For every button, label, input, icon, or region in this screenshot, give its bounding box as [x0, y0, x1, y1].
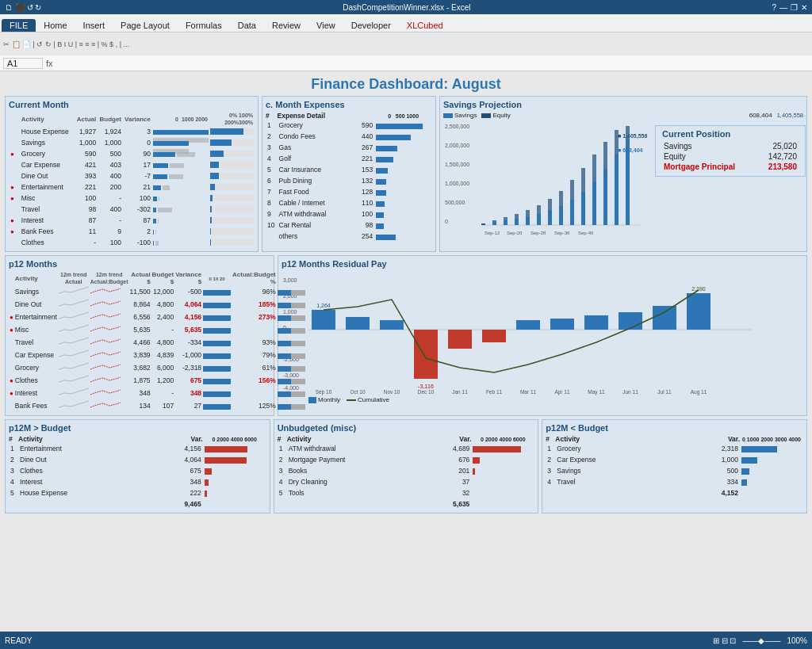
br-num: 1 [9, 443, 18, 454]
cm-dot: ● [9, 170, 20, 181]
tab-pagelayout[interactable]: Page Layout [113, 19, 178, 32]
p12mb-var-col: Var. [176, 435, 203, 443]
cm-row-budget: 1,000 [98, 137, 123, 148]
p12mb-total-bar [203, 498, 266, 510]
p12-months-panel: p12 Months Activity 12m trend Actual 12m… [5, 255, 274, 416]
formula-bar: A1 fx [0, 55, 812, 71]
svg-rect-63 [653, 306, 676, 330]
p12-row-budget: 12,000 [151, 285, 175, 298]
tab-view[interactable]: View [308, 19, 343, 32]
statusbar-zoom-slider[interactable]: ——◆—— [742, 636, 780, 645]
p12-row-name: Clothes [14, 374, 58, 387]
close-button[interactable]: ✕ [801, 3, 807, 12]
p12-row: ● Grocery 3,682 6,000 -2,318 61% [9, 361, 306, 374]
me-row-num: 8 [266, 197, 278, 208]
cm-row-budget: 400 [98, 170, 123, 181]
cm-bar-actual [152, 126, 209, 137]
p12-row-name: Interest [14, 387, 58, 399]
me-row-name: Condo Fees [278, 131, 352, 142]
p12mu-title: p12M < Budget [546, 423, 803, 433]
me-row-name: ATM withdrawal [278, 208, 352, 220]
ub-total-label [278, 498, 445, 510]
p12-row-actual: 8,864 [129, 298, 151, 311]
month-expenses-panel: c. Month Expenses # Expense Detail 0 500… [262, 96, 436, 252]
p12-row: ● Dine Out 8,864 4,800 4,064 185% [9, 298, 306, 311]
bottom-row: 5 House Expense 222 [9, 487, 266, 498]
p12-dot: ● [9, 374, 14, 387]
bottom-row: 1 Entertainment 4,156 [9, 443, 266, 454]
p12mu-row-var: 500 [713, 465, 740, 476]
me-row-bar [374, 220, 432, 231]
p12-row-pct: 185% [232, 298, 277, 311]
unbudgeted-table: # Activity Var. 0 2000 4000 6000 1 ATM w… [278, 435, 535, 510]
me-row-val: 590 [351, 120, 374, 131]
me-row: 1 Grocery 590 [266, 120, 432, 131]
cm-row-actual: 421 [73, 159, 98, 170]
p12-row-variance: 348 [174, 387, 202, 399]
cm-dot-col [9, 112, 20, 126]
cm-row-budget: 400 [98, 204, 123, 215]
p12-sparkline-actual [58, 285, 90, 298]
p12-row: ● Savings 11,500 12,000 -500 96% [9, 285, 306, 298]
p12-row-pct: 96% [232, 285, 277, 298]
tab-xlcubed[interactable]: XLCubed [399, 19, 451, 32]
tab-insert[interactable]: Insert [75, 19, 113, 32]
bottom-row: 2 Dine Out 4,064 [9, 454, 266, 465]
tab-file[interactable]: FILE [2, 19, 36, 32]
cm-row: ● Clothes - 100 -100 [9, 237, 255, 248]
current-month-title: Current Month [9, 100, 255, 109]
me-row-num: 7 [266, 186, 278, 197]
tab-review[interactable]: Review [264, 19, 308, 32]
help-button[interactable]: ? [772, 3, 776, 12]
svg-text:1,264: 1,264 [316, 303, 331, 308]
tab-formulas[interactable]: Formulas [178, 19, 230, 32]
p12-table: Activity 12m trend Actual 12m trend Actu… [9, 271, 306, 412]
p12mu-total-bar [740, 487, 803, 498]
cm-row-actual: 1,000 [73, 137, 98, 148]
window-controls[interactable]: ? — ❐ ✕ [772, 3, 807, 12]
cm-bar-actual [152, 215, 209, 226]
me-row-val: 221 [351, 153, 374, 164]
p12mu-row-var: 1,000 [713, 454, 740, 465]
cm-bar-pct [209, 204, 255, 215]
statusbar-right: ⊞ ⊟ ⊡ ——◆—— 100% [713, 636, 807, 645]
cm-variance-col: Variance [123, 112, 152, 126]
svg-rect-57 [448, 330, 472, 349]
p12-sparkline-actual [58, 349, 90, 361]
br-var: 675 [176, 465, 203, 476]
titlebar: 🗋 ⬛ ↺ ↻ DashCompetitionWinner.xlsx - Exc… [0, 0, 812, 14]
svg-rect-24 [570, 180, 574, 200]
p12-row-name: Car Expense [14, 349, 58, 361]
br-name: Entertainment [18, 443, 176, 454]
me-row-val: 100 [351, 208, 374, 220]
me-row-bar [374, 231, 432, 242]
p12m-budget-title: p12M > Budget [9, 423, 266, 433]
cm-row-name: Savings [20, 137, 73, 148]
p12-bar [202, 374, 232, 387]
p12mb-total-value: 9,465 [176, 498, 203, 510]
p12-row-actual: 3,682 [129, 361, 151, 374]
p12-row: ● Interest 348 - 348 [9, 387, 306, 399]
p12-row-name: Bank Fees [14, 399, 58, 412]
savings-max-savings: 608,404 [749, 112, 772, 119]
tab-developer[interactable]: Developer [343, 19, 399, 32]
restore-button[interactable]: ❐ [791, 3, 798, 12]
cm-bar-actual [152, 148, 209, 159]
minimize-button[interactable]: — [779, 3, 787, 12]
cm-bar-pct [209, 226, 255, 237]
cell-ref[interactable]: A1 [3, 58, 43, 69]
savings-title: Savings Projection [443, 100, 803, 109]
savings-chart: 2,500,000 2,000,000 1,500,000 1,000,000 … [443, 120, 803, 235]
p12-bar [202, 336, 232, 349]
ub-total-bar [471, 498, 534, 510]
tab-home[interactable]: Home [36, 19, 75, 32]
p12-trend-budget-col: 12m trend Actual:Budget [90, 271, 129, 285]
tab-data[interactable]: Data [230, 19, 264, 32]
p12mu-row: 4 Travel 334 [546, 476, 803, 487]
me-row-bar [374, 175, 432, 186]
cm-row-name: Bank Fees [20, 226, 73, 237]
p12-row-name: Grocery [14, 361, 58, 374]
br-var: 4,689 [444, 443, 471, 454]
p12-row-name: Entertainment [14, 311, 58, 323]
p12-sparkline-actual [58, 361, 90, 374]
